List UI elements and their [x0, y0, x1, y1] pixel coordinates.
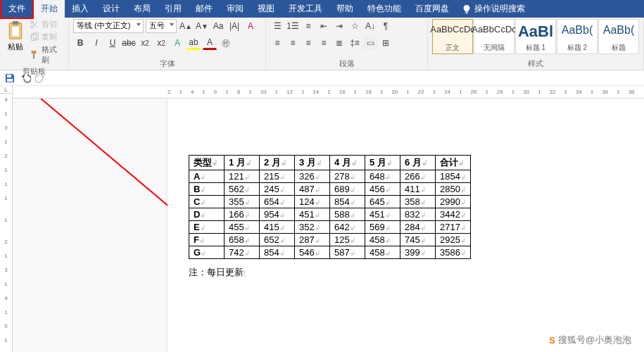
copy-button[interactable]: 复制 — [30, 32, 64, 42]
style-card[interactable]: AaBbCcDc无间隔 — [474, 19, 514, 54]
table-cell[interactable]: 278↲ — [330, 170, 365, 183]
tab-baidu[interactable]: 百度网盘 — [408, 0, 456, 18]
table-cell[interactable]: 652↲ — [260, 234, 295, 246]
underline-button[interactable]: U — [106, 36, 120, 50]
redo-button[interactable] — [35, 73, 46, 84]
table-cell[interactable]: 287↲ — [295, 234, 330, 246]
table-cell[interactable]: 854↲ — [260, 246, 295, 259]
strike-button[interactable]: abc — [122, 36, 136, 50]
clear-format-button[interactable]: A — [244, 19, 258, 33]
align-right-button[interactable]: ≡ — [301, 36, 315, 50]
table-cell[interactable]: 648↲ — [365, 170, 400, 183]
font-color-button[interactable]: A — [203, 36, 217, 50]
justify-button[interactable]: ≡ — [317, 36, 331, 50]
table-cell[interactable]: F↲ — [189, 234, 225, 246]
table-cell[interactable]: 658↲ — [225, 234, 260, 246]
table-cell[interactable]: 245↲ — [260, 183, 295, 196]
table-cell[interactable]: 121↲ — [225, 170, 260, 183]
table-cell[interactable]: A↲ — [189, 170, 225, 183]
tab-references[interactable]: 引用 — [158, 0, 189, 18]
superscript-button[interactable]: x2 — [154, 36, 168, 50]
table-cell[interactable]: 654↲ — [260, 196, 295, 208]
table-cell[interactable]: 451↲ — [295, 208, 330, 221]
numbering-button[interactable]: 1☰ — [286, 19, 300, 33]
table-cell[interactable]: G↲ — [189, 246, 225, 259]
table-cell[interactable]: 745↲ — [400, 234, 436, 246]
table-cell[interactable]: E↲ — [189, 221, 225, 234]
table-cell[interactable]: D↲ — [189, 208, 225, 221]
table-cell[interactable]: 742↲ — [225, 246, 260, 259]
enclose-char-button[interactable]: ㊕ — [219, 36, 233, 50]
table-cell[interactable]: 587↲ — [330, 246, 365, 259]
borders-button[interactable]: ⊞ — [379, 36, 393, 50]
table-cell[interactable]: 266↲ — [400, 170, 436, 183]
horizontal-ruler[interactable]: 2141618110112114116118120122124126128130… — [13, 86, 644, 99]
table-cell[interactable]: 284↲ — [400, 221, 436, 234]
tab-developer[interactable]: 开发工具 — [282, 0, 329, 18]
table-cell[interactable]: 326↲ — [295, 170, 330, 183]
tab-home[interactable]: 开始 — [34, 0, 65, 18]
tab-design[interactable]: 设计 — [96, 0, 127, 18]
table-cell[interactable]: 2925↲ — [436, 234, 471, 246]
tab-review[interactable]: 审阅 — [220, 0, 251, 18]
data-table[interactable]: 类型↲1 月↲2 月↲3 月↲4 月↲5 月↲6 月↲合计↲ A↲121↲215… — [189, 155, 471, 259]
table-cell[interactable]: 546↲ — [295, 246, 330, 259]
table-cell[interactable]: 642↲ — [330, 221, 365, 234]
table-cell[interactable]: 487↲ — [295, 183, 330, 196]
change-case-button[interactable]: Aa — [211, 19, 225, 33]
styles-list[interactable]: AaBbCcDc正文AaBbCcDc无间隔AaBl标题 1AaBb(标题 2Aa… — [432, 19, 639, 54]
table-cell[interactable]: 124↲ — [295, 196, 330, 208]
table-cell[interactable]: 215↲ — [260, 170, 295, 183]
table-cell[interactable]: 2990↲ — [436, 196, 471, 208]
table-cell[interactable]: 1854↲ — [436, 170, 471, 183]
sort-button[interactable]: A↓ — [363, 19, 377, 33]
table-cell[interactable]: 352↲ — [295, 221, 330, 234]
paste-button[interactable]: 粘贴 — [4, 19, 27, 54]
increase-indent-button[interactable]: ⇥ — [332, 19, 346, 33]
show-marks-button[interactable]: ¶ — [379, 19, 393, 33]
italic-button[interactable]: I — [89, 36, 103, 50]
table-cell[interactable]: 2717↲ — [436, 221, 471, 234]
table-cell[interactable]: 166↲ — [225, 208, 260, 221]
table-cell[interactable]: 411↲ — [400, 183, 436, 196]
tab-file[interactable]: 文件 — [0, 0, 34, 19]
bullets-button[interactable]: ☰ — [270, 19, 284, 33]
font-name-select[interactable]: 等线 (中文正文) — [73, 19, 144, 33]
cut-button[interactable]: 剪切 — [30, 19, 64, 30]
table-cell[interactable]: 3442↲ — [436, 208, 471, 221]
text-effects-button[interactable]: A — [170, 36, 184, 50]
asian-layout-button[interactable]: ☆ — [348, 19, 362, 33]
align-center-button[interactable]: ≡ — [286, 36, 300, 50]
tell-me[interactable]: 操作说明搜索 — [462, 3, 525, 15]
distribute-button[interactable]: ≣ — [332, 36, 346, 50]
save-button[interactable] — [4, 73, 15, 84]
align-left-button[interactable]: ≡ — [270, 36, 284, 50]
tab-special[interactable]: 特色功能 — [360, 0, 408, 18]
table-cell[interactable]: 588↲ — [330, 208, 365, 221]
table-cell[interactable]: 2850↲ — [436, 183, 471, 196]
document-content[interactable]: 类型↲1 月↲2 月↲3 月↲4 月↲5 月↲6 月↲合计↲ A↲121↲215… — [13, 99, 644, 352]
table-cell[interactable]: 645↲ — [365, 196, 400, 208]
font-size-select[interactable]: 五号 — [146, 19, 177, 33]
table-cell[interactable]: 689↲ — [330, 183, 365, 196]
table-cell[interactable]: 562↲ — [225, 183, 260, 196]
table-cell[interactable]: 854↲ — [330, 196, 365, 208]
style-card[interactable]: AaBl标题 1 — [515, 19, 556, 54]
vertical-ruler[interactable]: 413121111213141516171819110111112 — [0, 94, 13, 352]
table-cell[interactable]: 832↲ — [400, 208, 436, 221]
shading-button[interactable]: ▭ — [363, 36, 377, 50]
shrink-font-button[interactable]: A▼ — [195, 19, 209, 33]
table-cell[interactable]: 358↲ — [400, 196, 436, 208]
tab-help[interactable]: 帮助 — [329, 0, 360, 18]
table-cell[interactable]: 569↲ — [365, 221, 400, 234]
table-cell[interactable]: 954↲ — [260, 208, 295, 221]
phonetic-button[interactable]: |A| — [227, 19, 241, 33]
table-cell[interactable]: 455↲ — [225, 221, 260, 234]
bold-button[interactable]: B — [73, 36, 87, 50]
tab-view[interactable]: 视图 — [251, 0, 282, 18]
style-card[interactable]: AaBb(标题 2 — [557, 19, 598, 54]
table-cell[interactable]: 355↲ — [225, 196, 260, 208]
tab-insert[interactable]: 插入 — [65, 0, 96, 18]
tab-mailings[interactable]: 邮件 — [189, 0, 220, 18]
table-cell[interactable]: 458↲ — [365, 234, 400, 246]
